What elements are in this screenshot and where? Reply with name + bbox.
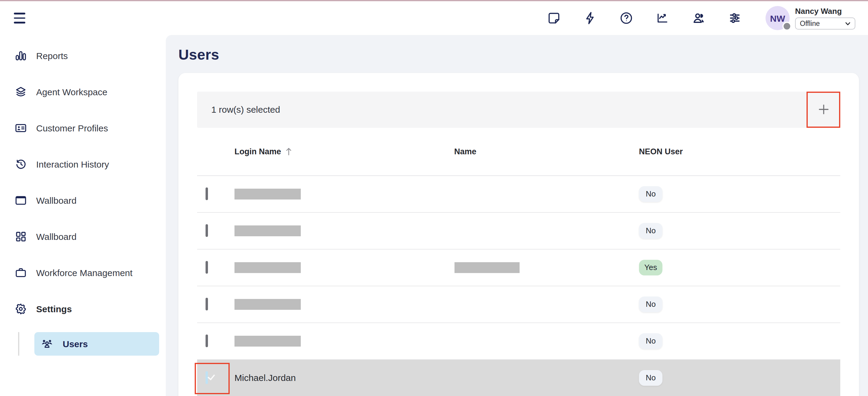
sidebar-item-label: Settings xyxy=(36,303,72,314)
gear-icon xyxy=(14,302,27,315)
id-card-icon xyxy=(14,121,27,134)
redacted-login-name xyxy=(235,262,301,273)
table-row[interactable]: No xyxy=(197,286,840,323)
sidebar-item-label: Agent Workspace xyxy=(36,87,107,97)
column-header-login-name[interactable]: Login Name xyxy=(226,147,454,156)
redacted-login-name xyxy=(235,225,301,236)
topbar-right-group: NW Nancy Wang Offline xyxy=(547,1,855,35)
dashboard-icon xyxy=(14,230,27,243)
sidebar-item-workforce-management[interactable]: Workforce Management xyxy=(0,254,166,291)
briefcase-icon xyxy=(14,266,27,279)
sidebar-item-label: Interaction History xyxy=(36,159,109,169)
table-row[interactable]: No xyxy=(197,323,840,360)
users-table: Login Name Name NEON User xyxy=(197,127,840,396)
neon-user-badge: Yes xyxy=(639,260,662,275)
bar-chart-icon xyxy=(14,49,27,62)
sidebar-item-label: Workforce Management xyxy=(36,267,133,278)
login-name-cell: Michael.Jordan xyxy=(235,372,296,383)
line-chart-icon[interactable] xyxy=(655,11,670,25)
plus-icon xyxy=(816,102,830,116)
column-header-name[interactable]: Name xyxy=(454,147,639,156)
row-checkbox[interactable] xyxy=(205,224,208,237)
selection-bar: 1 row(s) selected xyxy=(197,91,840,127)
sidebar-item-wallboard-1[interactable]: Wallboard xyxy=(0,182,166,218)
redacted-login-name xyxy=(235,188,301,199)
avatar[interactable]: NW xyxy=(766,6,789,30)
status-dot-offline xyxy=(782,22,792,31)
sidebar-item-label: Customer Profiles xyxy=(36,123,108,133)
selection-count-text: 1 row(s) selected xyxy=(211,104,280,115)
table-header-row: Login Name Name NEON User xyxy=(197,127,840,176)
app-window: NW Nancy Wang Offline Reports xyxy=(0,0,868,396)
redacted-login-name xyxy=(235,335,301,346)
sidebar-item-settings[interactable]: Settings xyxy=(0,291,166,327)
history-icon xyxy=(14,158,27,170)
table-row[interactable]: No xyxy=(197,176,840,212)
column-header-neon-user[interactable]: NEON User xyxy=(639,147,840,156)
neon-user-badge: No xyxy=(639,296,662,312)
table-row[interactable]: No xyxy=(197,212,840,249)
hamburger-menu-icon[interactable] xyxy=(14,13,25,23)
note-icon[interactable] xyxy=(547,11,561,25)
neon-user-badge: No xyxy=(639,333,662,349)
help-icon[interactable] xyxy=(619,11,633,25)
avatar-initials: NW xyxy=(770,13,785,23)
sort-ascending-icon[interactable] xyxy=(285,147,293,156)
sidebar-item-label: Wallboard xyxy=(36,195,76,205)
row-checkbox[interactable] xyxy=(205,334,208,347)
sidebar-item-reports[interactable]: Reports xyxy=(0,37,166,73)
lightning-icon[interactable] xyxy=(583,11,597,25)
sidebar: Reports Agent Workspace Customer Profile… xyxy=(0,35,166,396)
add-button-annotation xyxy=(807,91,840,127)
row-checkbox[interactable] xyxy=(205,261,208,273)
people-icon[interactable] xyxy=(691,11,706,25)
neon-user-badge: No xyxy=(639,223,662,238)
sliders-icon[interactable] xyxy=(727,11,742,25)
main-content: Users 1 row(s) selected Login Name xyxy=(166,35,868,396)
sidebar-item-label: Wallboard xyxy=(36,231,76,241)
sidebar-item-label: Reports xyxy=(36,50,68,61)
users-card: 1 row(s) selected Login Name xyxy=(179,73,859,396)
users-group-icon xyxy=(40,337,54,351)
table-row-selected[interactable]: Michael.Jordan No xyxy=(197,360,840,396)
topbar-icons xyxy=(547,11,742,25)
window-icon xyxy=(14,194,27,207)
sidebar-item-customer-profiles[interactable]: Customer Profiles xyxy=(0,110,166,146)
sidebar-item-label: Users xyxy=(63,339,88,349)
user-name: Nancy Wang xyxy=(795,7,855,16)
redacted-login-name xyxy=(235,299,301,309)
sidebar-item-interaction-history[interactable]: Interaction History xyxy=(0,146,166,182)
status-dropdown[interactable]: Offline xyxy=(795,18,855,30)
sidebar-item-agent-workspace[interactable]: Agent Workspace xyxy=(0,73,166,110)
neon-user-badge: No xyxy=(639,186,662,202)
layers-icon xyxy=(14,85,27,98)
redacted-name xyxy=(454,262,519,273)
chevron-down-icon xyxy=(845,21,850,26)
add-user-button[interactable] xyxy=(808,93,839,126)
row-checkbox[interactable] xyxy=(205,298,208,310)
page-title: Users xyxy=(179,47,868,63)
neon-user-badge: No xyxy=(639,370,662,386)
status-value: Offline xyxy=(800,20,820,27)
row-checkbox-checked[interactable] xyxy=(205,371,208,384)
sidebar-item-wallboard-2[interactable]: Wallboard xyxy=(0,218,166,254)
row-checkbox[interactable] xyxy=(205,187,208,200)
sidebar-item-users[interactable]: Users xyxy=(34,332,159,355)
settings-submenu: Users xyxy=(0,332,166,356)
top-bar: NW Nancy Wang Offline xyxy=(0,1,868,35)
table-row[interactable]: Yes xyxy=(197,249,840,286)
submenu-indent-line xyxy=(18,332,19,355)
user-block: Nancy Wang Offline xyxy=(795,7,855,30)
